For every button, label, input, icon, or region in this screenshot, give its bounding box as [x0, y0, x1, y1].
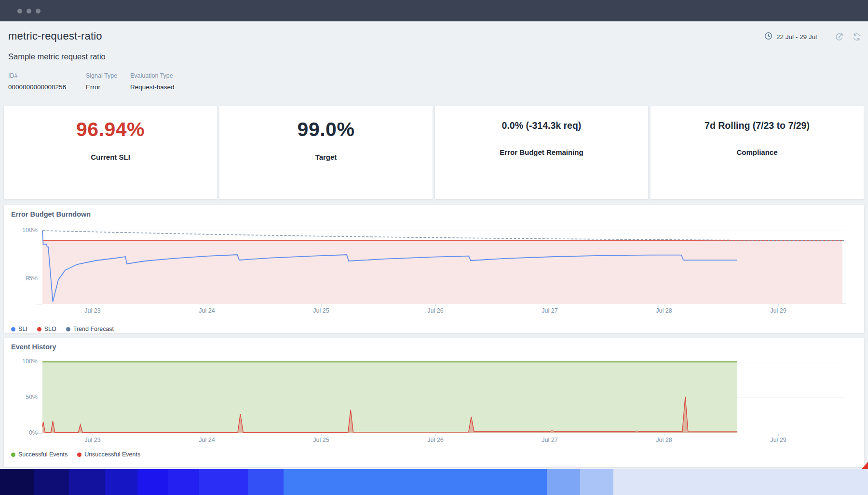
color-strip-block: [137, 469, 168, 495]
successful-events-area: [42, 362, 737, 433]
error-budget-burndown-panel: Error Budget Burndown SLISLOTrend Foreca…: [4, 205, 864, 333]
x-axis-tick: [664, 304, 665, 306]
legend-item[interactable]: Trend Forecast: [66, 326, 114, 332]
y-axis-label: 100%: [15, 227, 38, 234]
compliance-label: Compliance: [651, 148, 864, 156]
chart-jump-icon[interactable]: [834, 32, 844, 42]
target-label: Target: [219, 153, 433, 161]
x-axis-label: Jul 25: [307, 437, 336, 443]
time-range-text[interactable]: 22 Jul - 29 Jul: [776, 33, 817, 41]
x-axis-tick: [435, 304, 436, 306]
error-budget-burndown-plot[interactable]: [42, 231, 846, 304]
corner-marker: [862, 462, 868, 469]
legend-dot-icon: [11, 327, 15, 331]
legend-dot-icon: [37, 327, 41, 331]
color-strip-block: [284, 469, 547, 495]
x-axis-label: Jul 27: [535, 437, 564, 443]
color-strip-block: [168, 469, 199, 495]
x-axis-label: Jul 28: [650, 437, 678, 443]
meta-label-evaluation-type: Evaluation Type: [130, 72, 175, 79]
event-history-panel: Event History Successful EventsUnsuccess…: [4, 338, 864, 467]
slo-metadata: ID# 0000000000000256 Signal Type Error E…: [8, 72, 175, 91]
error-budget-burndown-legend: SLISLOTrend Forecast: [11, 326, 123, 332]
current-sli-value: 96.94%: [4, 118, 217, 141]
bottom-color-strip: [0, 469, 868, 495]
x-axis-label: Jul 27: [535, 307, 564, 314]
window-dot-icon: [27, 9, 31, 14]
legend-item[interactable]: Unsuccessful Events: [77, 451, 140, 458]
x-axis-label: Jul 23: [78, 307, 107, 314]
color-strip-block: [0, 469, 34, 495]
page-title: metric-request-ratio: [8, 30, 102, 42]
x-axis-label: Jul 26: [421, 437, 450, 443]
x-axis-tick: [207, 304, 207, 306]
y-axis-label: 95%: [15, 275, 38, 282]
color-strip-block: [580, 469, 613, 495]
x-axis-tick: [321, 304, 322, 306]
meta-value-evaluation-type: Request-based: [130, 83, 175, 91]
x-axis-label: Jul 23: [78, 437, 107, 443]
x-axis-label: Jul 25: [307, 307, 336, 314]
x-axis-tick: [550, 304, 550, 306]
meta-label-signal-type: Signal Type: [86, 72, 130, 79]
y-axis-label: 100%: [15, 358, 38, 365]
card-target: 99.0% Target: [219, 106, 433, 199]
x-axis-label: Jul 26: [421, 307, 450, 314]
event-history-plot[interactable]: [42, 362, 846, 433]
current-sli-label: Current SLI: [4, 153, 217, 161]
meta-value-id: 0000000000000256: [8, 83, 86, 91]
card-current-sli: 96.94% Current SLI: [4, 106, 217, 199]
meta-value-signal-type: Error: [86, 83, 130, 91]
color-strip-block: [248, 469, 284, 495]
x-axis-tick: [778, 304, 779, 306]
card-error-budget: 0.0% (-314.3k req) Error Budget Remainin…: [435, 106, 648, 199]
x-axis-label: Jul 29: [764, 437, 793, 443]
target-value: 99.0%: [219, 118, 433, 141]
x-axis-label: Jul 24: [192, 437, 221, 443]
x-axis-tick: [207, 434, 207, 436]
refresh-icon[interactable]: [852, 32, 861, 41]
x-axis-tick: [778, 434, 779, 436]
x-axis-tick: [435, 434, 436, 436]
legend-item[interactable]: SLO: [37, 326, 56, 332]
color-strip-block: [34, 469, 69, 495]
legend-label: Trend Forecast: [73, 326, 114, 332]
x-axis-label: Jul 28: [650, 307, 678, 314]
color-strip-block: [547, 469, 580, 495]
page-subtitle: Sample metric request ratio: [8, 52, 106, 61]
legend-label: Unsuccessful Events: [84, 451, 140, 458]
slo-area: [42, 240, 842, 304]
x-axis-label: Jul 29: [764, 307, 793, 314]
event-history-title: Event History: [11, 343, 56, 351]
window-title-bar: [0, 0, 868, 22]
event-history-legend: Successful EventsUnsuccessful Events: [11, 451, 150, 458]
x-axis-label: Jul 24: [192, 307, 221, 314]
legend-dot-icon: [11, 453, 15, 457]
trend-forecast-line: [42, 231, 846, 241]
legend-item[interactable]: Successful Events: [11, 451, 68, 458]
color-strip-block: [105, 469, 137, 495]
time-range-control[interactable]: 22 Jul - 29 Jul: [764, 32, 861, 42]
error-budget-value: 0.0% (-314.3k req): [435, 120, 648, 131]
legend-item[interactable]: SLI: [11, 326, 27, 332]
x-axis-tick: [93, 434, 93, 436]
clock-icon: [764, 32, 773, 42]
error-budget-burndown-title: Error Budget Burndown: [11, 210, 91, 218]
x-axis-tick: [321, 434, 322, 436]
window-dots: [17, 9, 41, 14]
legend-label: Successful Events: [18, 451, 68, 458]
legend-dot-icon: [77, 453, 81, 457]
error-budget-label: Error Budget Remaining: [435, 148, 648, 156]
y-axis-label: 0%: [15, 429, 38, 436]
color-strip-block: [199, 469, 248, 495]
legend-label: SLO: [44, 326, 56, 332]
window-dot-icon: [36, 9, 41, 14]
compliance-value: 7d Rolling (7/23 to 7/29): [651, 120, 864, 131]
legend-label: SLI: [18, 326, 27, 332]
x-axis-tick: [93, 304, 93, 306]
meta-label-id: ID#: [8, 72, 86, 79]
legend-dot-icon: [66, 327, 70, 331]
summary-cards-row: 96.94% Current SLI 99.0% Target 0.0% (-3…: [4, 106, 864, 199]
color-strip-block: [613, 469, 868, 495]
window-dot-icon: [17, 9, 22, 14]
